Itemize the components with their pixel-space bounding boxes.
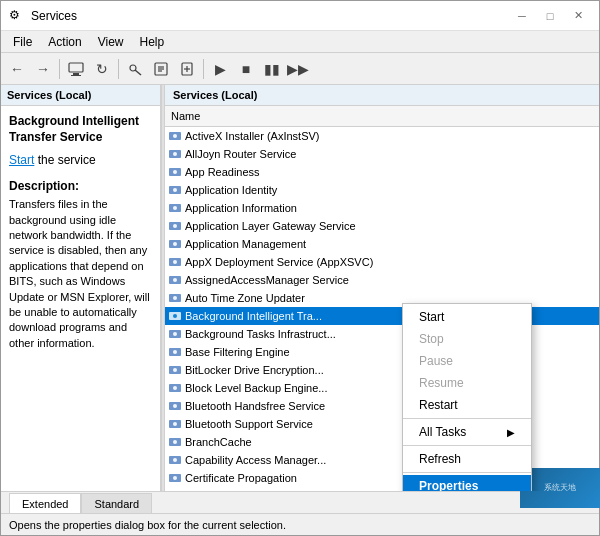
col-header-name[interactable]: Name	[165, 108, 385, 124]
window-title: Services	[31, 9, 77, 23]
service-row-name: Application Identity	[185, 184, 380, 196]
maximize-button[interactable]: □	[537, 6, 563, 26]
svg-point-21	[173, 206, 177, 210]
menu-file[interactable]: File	[5, 31, 40, 52]
service-row-icon	[168, 471, 182, 485]
refresh-button[interactable]: ↻	[90, 57, 114, 81]
status-bar: Opens the properties dialog box for the …	[1, 513, 599, 535]
service-row[interactable]: Background Intelligent Tra...	[165, 307, 599, 325]
service-row-name: Bluetooth Handsfree Service	[185, 400, 380, 412]
context-menu-item-label: All Tasks	[419, 425, 466, 439]
window-icon: ⚙	[9, 8, 25, 24]
pause-button[interactable]: ▮▮	[260, 57, 284, 81]
context-menu-item-label: Refresh	[419, 452, 461, 466]
start-service-link[interactable]: Start	[9, 153, 34, 167]
svg-point-33	[173, 314, 177, 318]
service-row-name: AppX Deployment Service (AppXSVC)	[185, 256, 380, 268]
skip-button[interactable]: ▶▶	[286, 57, 310, 81]
service-row[interactable]: Auto Time Zone Updater	[165, 289, 599, 307]
service-row[interactable]: App Readiness	[165, 163, 599, 181]
key-button[interactable]	[123, 57, 147, 81]
svg-rect-0	[69, 63, 83, 72]
svg-point-35	[173, 332, 177, 336]
context-menu-item-start[interactable]: Start	[403, 306, 531, 328]
svg-point-49	[173, 458, 177, 462]
menu-bar: File Action View Help	[1, 31, 599, 53]
svg-point-47	[173, 440, 177, 444]
service-row-name: Application Layer Gateway Service	[185, 220, 380, 232]
computer-button[interactable]	[64, 57, 88, 81]
service-row-icon	[168, 237, 182, 251]
play-button[interactable]: ▶	[208, 57, 232, 81]
service-row[interactable]: AllJoyn Router Service	[165, 145, 599, 163]
context-menu-separator	[403, 472, 531, 473]
minimize-button[interactable]: ─	[509, 6, 535, 26]
service-row-name: Capability Access Manager...	[185, 454, 380, 466]
service-row-icon	[168, 201, 182, 215]
service-row-icon	[168, 453, 182, 467]
context-menu-item-stop: Stop	[403, 328, 531, 350]
forward-button[interactable]: →	[31, 57, 55, 81]
svg-point-51	[173, 476, 177, 480]
context-menu-item-properties[interactable]: Properties	[403, 475, 531, 491]
service-row[interactable]: AssignedAccessManager Service	[165, 271, 599, 289]
service-row-icon	[168, 381, 182, 395]
svg-point-19	[173, 188, 177, 192]
service-row-icon	[168, 399, 182, 413]
service-info: Background Intelligent Transfer Service …	[1, 106, 160, 491]
svg-point-45	[173, 422, 177, 426]
service-row[interactable]: Base Filtering Engine	[165, 343, 599, 361]
context-menu-item-refresh[interactable]: Refresh	[403, 448, 531, 470]
description-label: Description:	[9, 179, 152, 193]
props-button[interactable]	[149, 57, 173, 81]
service-row-name: Background Intelligent Tra...	[185, 310, 380, 322]
context-menu-item-label: Properties	[419, 479, 478, 491]
menu-view[interactable]: View	[90, 31, 132, 52]
services-list[interactable]: ActiveX Installer (AxInstSV) AllJoyn Rou…	[165, 127, 599, 491]
context-menu: StartStopPauseResumeRestartAll Tasks▶Ref…	[402, 303, 532, 491]
service-row-name: App Readiness	[185, 166, 380, 178]
context-menu-separator	[403, 445, 531, 446]
service-row-icon	[168, 273, 182, 287]
left-panel: Services (Local) Background Intelligent …	[1, 85, 161, 491]
context-menu-item-label: Start	[419, 310, 444, 324]
svg-rect-1	[73, 73, 79, 75]
service-row[interactable]: Application Layer Gateway Service	[165, 217, 599, 235]
service-row[interactable]: Application Identity	[165, 181, 599, 199]
menu-help[interactable]: Help	[132, 31, 173, 52]
service-row[interactable]: Bluetooth Handsfree Service	[165, 397, 599, 415]
service-row[interactable]: BitLocker Drive Encryption...	[165, 361, 599, 379]
service-row[interactable]: Capability Access Manager...	[165, 451, 599, 469]
title-bar-left: ⚙ Services	[9, 8, 77, 24]
context-menu-item-restart[interactable]: Restart	[403, 394, 531, 416]
toolbar-sep-3	[203, 59, 204, 79]
service-row-icon	[168, 219, 182, 233]
back-button[interactable]: ←	[5, 57, 29, 81]
start-service-line: Start the service	[9, 153, 152, 167]
service-row[interactable]: Application Management	[165, 235, 599, 253]
context-menu-item-resume: Resume	[403, 372, 531, 394]
service-row[interactable]: Application Information	[165, 199, 599, 217]
menu-action[interactable]: Action	[40, 31, 89, 52]
service-row[interactable]: BranchCache	[165, 433, 599, 451]
svg-point-23	[173, 224, 177, 228]
context-menu-item-all-tasks[interactable]: All Tasks▶	[403, 421, 531, 443]
svg-point-17	[173, 170, 177, 174]
service-row[interactable]: Block Level Backup Engine...	[165, 379, 599, 397]
service-row[interactable]: Background Tasks Infrastruct...	[165, 325, 599, 343]
context-menu-item-label: Pause	[419, 354, 453, 368]
service-row[interactable]: Bluetooth Support Service	[165, 415, 599, 433]
service-row-name: Auto Time Zone Updater	[185, 292, 380, 304]
tab-extended[interactable]: Extended	[9, 493, 81, 513]
stop-button[interactable]: ■	[234, 57, 258, 81]
service-row-name: Background Tasks Infrastruct...	[185, 328, 380, 340]
new-button[interactable]	[175, 57, 199, 81]
tab-standard[interactable]: Standard	[81, 493, 152, 513]
close-button[interactable]: ✕	[565, 6, 591, 26]
service-row-icon	[168, 327, 182, 341]
service-row[interactable]: ActiveX Installer (AxInstSV)	[165, 127, 599, 145]
service-row-name: Application Management	[185, 238, 380, 250]
svg-point-27	[173, 260, 177, 264]
service-row[interactable]: AppX Deployment Service (AppXSVC)	[165, 253, 599, 271]
context-menu-item-label: Resume	[419, 376, 464, 390]
